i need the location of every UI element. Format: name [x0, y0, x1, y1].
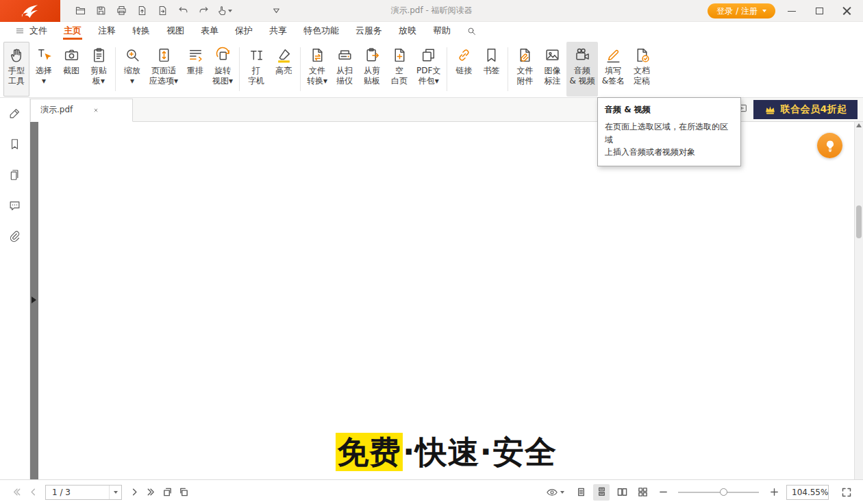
ribbon-audio-video[interactable]: 音频& 视频: [566, 42, 597, 97]
pdf-page[interactable]: 免费·快速·安全: [38, 122, 854, 479]
page-number-box[interactable]: 1 / 3: [45, 485, 122, 500]
menu-view[interactable]: 视图: [158, 22, 192, 40]
file-convert-icon: [309, 46, 326, 64]
ribbon-bookmark[interactable]: 书签: [478, 42, 504, 97]
minimize-icon: [788, 11, 796, 12]
doc-upload-icon: [136, 5, 148, 16]
comments-panel-icon[interactable]: [7, 197, 23, 214]
ribbon-hand-tool[interactable]: 手型工具: [3, 42, 29, 97]
close-button[interactable]: [833, 0, 860, 22]
menu-convert[interactable]: 转换: [124, 22, 158, 40]
minimize-button[interactable]: [778, 0, 805, 22]
fullscreen-button[interactable]: [838, 484, 855, 501]
ribbon-separator: [239, 47, 240, 91]
menu-bar: 文件 主页 注释 转换 视图 表单 保护 共享 特色功能 云服务 放映 帮助: [0, 22, 863, 40]
menu-file[interactable]: 文件: [7, 25, 55, 37]
login-register-button[interactable]: 登录 / 注册: [708, 3, 775, 18]
vertical-scrollbar[interactable]: [854, 122, 863, 479]
menu-search-button[interactable]: [462, 26, 481, 36]
export-doc-button[interactable]: [132, 3, 152, 19]
last-page-button[interactable]: [142, 484, 159, 501]
zoom-in-button[interactable]: [766, 484, 782, 501]
ribbon-fit-options[interactable]: 页面适应选项▾: [147, 42, 181, 97]
ribbon-reflow[interactable]: 重排: [182, 42, 208, 97]
next-view-button[interactable]: [175, 484, 192, 501]
menu-form[interactable]: 表单: [192, 22, 227, 40]
ribbon-file-convert[interactable]: 文件转换▾: [304, 42, 330, 97]
facing-view-button[interactable]: [614, 484, 630, 501]
page-dropdown-caret[interactable]: [109, 486, 121, 499]
assistant-bulb-button[interactable]: [817, 133, 842, 158]
pages-panel-icon[interactable]: [7, 166, 23, 183]
close-icon: [842, 7, 851, 16]
menu-cloud[interactable]: 云服务: [347, 22, 390, 40]
menu-comment[interactable]: 注释: [90, 22, 124, 40]
headline-rest: ·快速·安全: [403, 433, 557, 470]
scroll-up-icon[interactable]: [856, 123, 862, 127]
collapse-toolbar-button[interactable]: [266, 3, 286, 19]
attachments-panel-icon[interactable]: [7, 228, 23, 244]
previous-view-button[interactable]: [159, 484, 175, 501]
ribbon-select-tool[interactable]: 选择▾: [31, 42, 57, 97]
first-page-button[interactable]: [8, 484, 25, 501]
document-tab[interactable]: 演示.pdf: [30, 99, 133, 122]
annotate-pencil-icon[interactable]: [7, 105, 23, 121]
ribbon-finalize-doc[interactable]: 文档定稿: [629, 42, 655, 97]
next-page-button[interactable]: [126, 484, 142, 501]
ribbon-image-annotation[interactable]: 图像标注: [539, 42, 565, 97]
single-page-view-button[interactable]: [573, 484, 589, 501]
zoom-in-icon: [124, 46, 141, 64]
window-controls: [778, 0, 860, 22]
ribbon-file-attachment[interactable]: 文件附件: [512, 42, 538, 97]
menu-share[interactable]: 共享: [261, 22, 295, 40]
ribbon-snapshot[interactable]: 截图: [58, 42, 84, 97]
save-button[interactable]: [90, 3, 111, 19]
ribbon-link[interactable]: 链接: [451, 42, 477, 97]
ribbon-rotate-view[interactable]: 旋转视图▾: [210, 42, 236, 97]
crown-icon: [764, 103, 777, 116]
scanner-icon: [336, 46, 353, 64]
membership-banner[interactable]: 联合会员4折起: [753, 100, 858, 119]
share-doc-button[interactable]: [152, 3, 173, 19]
ribbon-pdf-portfolio[interactable]: PDF文件包▾: [414, 42, 443, 97]
ribbon-separator: [447, 47, 447, 91]
view-mode-button[interactable]: [546, 486, 564, 499]
menu-protect[interactable]: 保护: [227, 22, 261, 40]
menu-help[interactable]: 帮助: [425, 22, 459, 40]
print-button[interactable]: [111, 3, 132, 19]
ribbon-from-clipboard[interactable]: 从剪贴板: [359, 42, 385, 97]
undo-button[interactable]: [173, 3, 193, 19]
ribbon-highlight[interactable]: 高亮: [271, 42, 297, 97]
ribbon-clipboard[interactable]: 剪贴板▾: [86, 42, 112, 97]
ribbon-from-scanner[interactable]: 从扫描仪: [332, 42, 358, 97]
zoom-slider-thumb[interactable]: [720, 488, 727, 496]
ribbon-zoom[interactable]: 缩放▾: [119, 42, 145, 97]
menu-features[interactable]: 特色功能: [295, 22, 347, 40]
bookmark-icon: [483, 46, 500, 64]
menu-present[interactable]: 放映: [390, 22, 425, 40]
bookmarks-panel-icon[interactable]: [7, 136, 23, 152]
quad-view-button[interactable]: [634, 484, 651, 501]
ribbon-blank-page[interactable]: 空白页: [386, 42, 412, 97]
tab-close-icon[interactable]: [90, 105, 101, 116]
redo-button[interactable]: [193, 3, 214, 19]
touch-tool-button[interactable]: [214, 3, 234, 19]
redo-icon: [198, 5, 210, 16]
image-annot-icon: [544, 46, 561, 64]
ribbon-fill-sign[interactable]: 填写&签名: [599, 42, 627, 97]
scrollbar-thumb[interactable]: [856, 205, 862, 238]
continuous-view-button[interactable]: [593, 484, 610, 501]
maximize-button[interactable]: [805, 0, 833, 22]
print-icon: [116, 5, 127, 16]
pointer-hand-icon: [216, 5, 228, 16]
open-file-button[interactable]: [70, 3, 90, 19]
tooltip-title: 音频 & 视频: [605, 104, 734, 116]
ribbon-typewriter[interactable]: 打字机: [243, 42, 269, 97]
zoom-out-button[interactable]: [655, 484, 671, 501]
panel-expand-arrow[interactable]: [32, 297, 36, 303]
previous-page-button[interactable]: [25, 484, 41, 501]
attachment-icon: [516, 46, 534, 64]
menu-home[interactable]: 主页: [55, 22, 90, 40]
zoom-level-box[interactable]: 104.55%: [786, 485, 829, 500]
zoom-slider[interactable]: [678, 488, 759, 497]
